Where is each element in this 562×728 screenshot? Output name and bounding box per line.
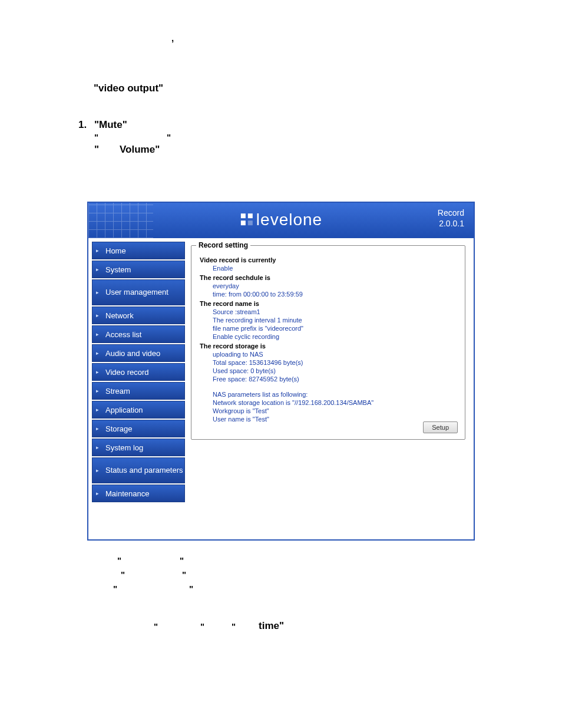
chevron-right-icon: ▸: [96, 350, 102, 356]
chevron-right-icon: ▸: [96, 426, 102, 431]
sidebar-item-network[interactable]: ▸Network: [92, 307, 185, 324]
sidebar-item-label: Network: [105, 311, 134, 320]
chevron-right-icon: ▸: [96, 312, 102, 318]
sidebar-item-label: Application: [105, 406, 143, 414]
svg-rect-3: [248, 220, 253, 225]
sidebar-item-label: Maintenance: [105, 489, 149, 498]
sidebar-item-storage[interactable]: ▸Storage: [92, 420, 185, 437]
sidebar-item-access-list[interactable]: ▸Access list: [92, 325, 185, 343]
value-prefix: file name prefix is "videorecord": [213, 325, 457, 332]
sidebar-item-video-record[interactable]: ▸Video record: [92, 363, 185, 381]
sidebar-item-application[interactable]: ▸Application: [92, 401, 185, 419]
brand-icon: [240, 212, 254, 230]
sidebar-item-audio-and-video[interactable]: ▸Audio and video: [92, 344, 185, 362]
svg-rect-1: [241, 220, 246, 225]
value-upload-nas: uploading to NAS: [213, 351, 457, 358]
value-source: Source :stream1: [213, 308, 457, 315]
sidebar-item-status-and-parameters[interactable]: ▸Status and parameters: [92, 457, 185, 483]
list-number: 1.: [78, 119, 87, 131]
label-record-currently: Video record is currently: [200, 256, 457, 263]
value-cyclic: Enable cyclic recording: [213, 333, 457, 340]
brand-logo: levelone: [240, 210, 322, 230]
svg-rect-2: [248, 213, 253, 218]
value-everyday: everyday: [213, 282, 457, 289]
bq1-r: ": [180, 555, 184, 565]
sidebar-item-system-log[interactable]: ▸System log: [92, 439, 185, 456]
value-used-space: Used space: 0 byte(s): [213, 367, 457, 374]
app-window: levelone Record 2.0.0.1 ▸Home▸System▸Use…: [87, 202, 475, 541]
value-interval: The recording interval 1 minute: [213, 317, 457, 324]
chevron-right-icon: ▸: [96, 444, 102, 450]
stray-mark: ,: [171, 33, 174, 43]
value-total-space: Total space: 153613496 byte(s): [213, 359, 457, 366]
sidebar-item-label: Access list: [105, 330, 141, 339]
sidebar-item-label: Video record: [105, 368, 148, 377]
bq3-l: ": [113, 584, 117, 594]
header-version: 2.0.0.1: [438, 218, 464, 229]
open-quote-1: ": [94, 132, 98, 142]
close-quote-1: ": [167, 132, 171, 142]
setup-button[interactable]: Setup: [423, 421, 458, 433]
sidebar-item-stream[interactable]: ▸Stream: [92, 382, 185, 400]
app-header: levelone Record 2.0.0.1: [88, 203, 474, 238]
chevron-right-icon: ▸: [96, 331, 102, 337]
sidebar-item-label: Home: [105, 246, 126, 255]
chevron-right-icon: ▸: [96, 248, 102, 253]
value-workgroup: Workgroup is "Test": [213, 407, 457, 414]
content-area: Record setting Video record is currently…: [185, 238, 474, 539]
bq5-l: ": [232, 621, 236, 631]
header-pattern: [88, 203, 153, 238]
panel-legend: Record setting: [196, 241, 250, 249]
sidebar-item-label: System log: [105, 443, 143, 452]
sidebar-item-user-management[interactable]: ▸User management: [92, 279, 185, 305]
sidebar: ▸Home▸System▸User management▸Network▸Acc…: [88, 238, 185, 539]
label-schedule: The record sechdule is: [200, 274, 457, 281]
bq3-r: ": [189, 584, 193, 594]
sidebar-item-maintenance[interactable]: ▸Maintenance: [92, 485, 185, 502]
sidebar-item-label: User management: [105, 288, 168, 297]
chevron-right-icon: ▸: [96, 369, 102, 375]
bq4-l: ": [154, 621, 158, 631]
sidebar-item-label: Audio and video: [105, 349, 160, 358]
brand-text: levelone: [256, 210, 322, 229]
bq1-l: ": [117, 555, 121, 565]
bq4-r: ": [200, 621, 204, 631]
open-quote-2: ": [94, 144, 99, 156]
label-record-name: The record name is: [200, 300, 457, 307]
header-right: Record 2.0.0.1: [438, 207, 464, 229]
label-storage: The record storage is: [200, 342, 457, 350]
chevron-right-icon: ▸: [96, 466, 102, 475]
bq2-r: ": [182, 569, 186, 579]
chevron-right-icon: ▸: [96, 490, 102, 496]
bq2-l: ": [121, 569, 125, 579]
header-title: Record: [438, 207, 464, 218]
svg-rect-0: [241, 213, 246, 218]
sidebar-item-label: Storage: [105, 424, 133, 433]
sidebar-item-label: Stream: [105, 387, 130, 396]
sidebar-item-label: System: [105, 265, 131, 274]
sidebar-item-system[interactable]: ▸System: [92, 261, 185, 278]
chevron-right-icon: ▸: [96, 266, 102, 272]
sidebar-item-label: Status and parameters: [105, 466, 183, 475]
value-time-range: time: from 00:00:00 to 23:59:59: [213, 291, 457, 298]
value-enable: Enable: [213, 265, 457, 272]
doc-volume: Volume": [120, 144, 160, 156]
chevron-right-icon: ▸: [96, 288, 102, 297]
chevron-right-icon: ▸: [96, 407, 102, 413]
doc-video-output: "video output": [94, 83, 163, 94]
doc-time: time": [259, 620, 284, 632]
value-nas-location: Network storage location is "//192.168.2…: [213, 399, 457, 406]
sidebar-item-home[interactable]: ▸Home: [92, 242, 185, 259]
value-nas-params: NAS parameters list as following:: [213, 391, 457, 398]
value-username: User name is "Test": [213, 416, 457, 423]
value-free-space: Free space: 82745952 byte(s): [213, 375, 457, 383]
record-setting-panel: Record setting Video record is currently…: [191, 245, 465, 440]
doc-mute: "Mute": [94, 119, 127, 131]
chevron-right-icon: ▸: [96, 388, 102, 394]
